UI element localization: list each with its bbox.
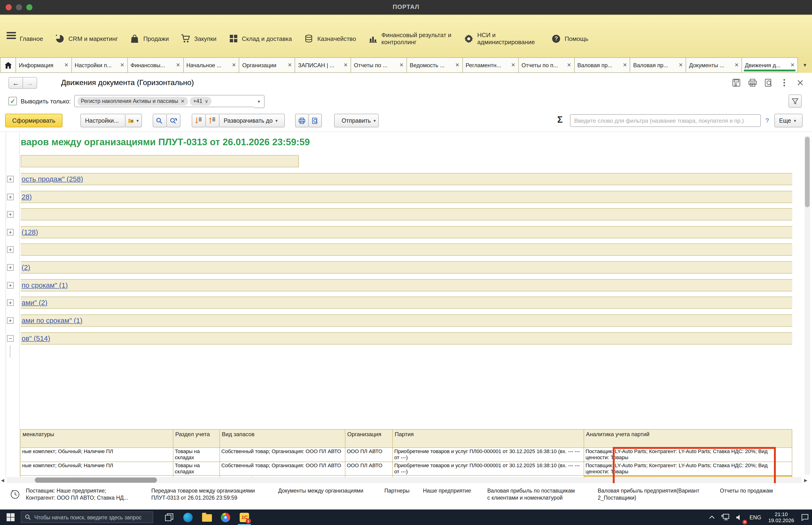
horizontal-scrollbar[interactable]: ◀ ▶ <box>6 477 802 483</box>
cell-section[interactable]: Товары на складах <box>173 462 220 476</box>
register-tag[interactable]: Регистр накопления Активы и пассивы ✕ <box>78 96 188 106</box>
scroll-right-arrow-icon[interactable]: ▶ <box>804 478 807 483</box>
group-link[interactable]: ами" (2) <box>21 298 47 306</box>
tab-10[interactable]: Отчеты по п...✕ <box>519 57 574 73</box>
expand-group-button[interactable]: + <box>7 299 14 306</box>
tab-close-icon[interactable]: ✕ <box>64 62 68 68</box>
network-tray-button[interactable] <box>718 510 733 525</box>
menu-section-9[interactable]: ?Помощь <box>551 34 588 43</box>
tab-close-icon[interactable]: ✕ <box>791 62 795 68</box>
group-link[interactable]: ами по срокам" (1) <box>21 316 82 324</box>
cell-org[interactable]: ООО ПЛ АВТО <box>346 448 393 462</box>
taskbar-search-input[interactable]: Чтобы начать поиск, введите здесь запрос <box>21 511 153 523</box>
scroll-left-arrow-icon[interactable]: ◀ <box>1 478 4 483</box>
tab-close-icon[interactable]: ✕ <box>176 62 180 68</box>
tab-7[interactable]: Отчеты по ...✕ <box>351 57 407 73</box>
report-variants-button[interactable]: ▾ <box>125 114 142 127</box>
column-header-nomenclature[interactable]: менклатуры <box>21 429 173 448</box>
group-link[interactable]: по срокам" (1) <box>21 281 68 289</box>
cell-batch[interactable]: Приобретение товаров и услуг ПЛ00-000001… <box>393 448 584 462</box>
tab-12[interactable]: Валовая пр...✕ <box>630 57 686 73</box>
menu-section-4[interactable]: Закупки <box>181 34 216 43</box>
column-header-batch[interactable]: Партия <box>393 429 584 448</box>
more-registers-tag[interactable]: +41 ∨ <box>190 96 212 106</box>
expand-to-button[interactable]: Разворачивать до ▾ <box>219 114 285 127</box>
tab-close-icon[interactable]: ✕ <box>343 62 348 68</box>
taskbar-chrome-button[interactable] <box>216 510 235 525</box>
taskbar-explorer-button[interactable] <box>197 510 216 525</box>
menu-section-3[interactable]: Продажи <box>130 34 169 43</box>
menu-section-1[interactable]: Главное <box>20 35 43 42</box>
tab-5[interactable]: Организации✕ <box>240 57 295 73</box>
column-header-org[interactable]: Организация <box>346 429 393 448</box>
print-button[interactable] <box>747 77 757 88</box>
tab-close-icon[interactable]: ✕ <box>567 62 571 68</box>
expand-group-button[interactable]: + <box>7 176 14 182</box>
group-link[interactable]: (128) <box>21 228 38 236</box>
preview-toolbar-button[interactable] <box>308 114 322 127</box>
expand-group-button[interactable]: + <box>7 229 14 236</box>
save-button[interactable] <box>731 77 741 88</box>
taskbar-edge-button[interactable] <box>179 510 197 525</box>
tab-close-icon[interactable]: ✕ <box>623 62 627 68</box>
more-menu-button[interactable] <box>779 77 790 88</box>
tab-2[interactable]: Настройки п...✕ <box>72 57 128 73</box>
tab-home[interactable] <box>0 57 16 73</box>
taskbar-clock[interactable]: 21:10 19.02.2026 <box>765 511 798 523</box>
collapse-group-button[interactable]: − <box>7 335 14 342</box>
cell-batch[interactable]: Приобретение товаров и услуг ПЛ00-000001… <box>393 462 584 476</box>
vertical-scrollbar[interactable] <box>805 136 810 475</box>
cell-analytics[interactable]: Поставщик: LY-Auto Parts; Контрагент: LY… <box>584 448 792 462</box>
tab-13[interactable]: Документы ...✕ <box>686 57 742 73</box>
autosum-icon[interactable]: Σ <box>557 115 563 125</box>
close-form-button[interactable] <box>795 77 806 88</box>
settings-button[interactable]: Настройки... <box>80 114 125 127</box>
tray-expand-button[interactable] <box>706 510 718 525</box>
cell-stock_kind[interactable]: Собственный товар; Организация: ООО ПЛ А… <box>220 448 346 462</box>
tab-11[interactable]: Валовая пр...✕ <box>574 57 630 73</box>
tab-8[interactable]: Ведомость ...✕ <box>407 57 463 73</box>
register-tag-close-icon[interactable]: ✕ <box>181 98 185 104</box>
notification-center-button[interactable] <box>798 510 812 525</box>
find-button[interactable] <box>153 114 167 127</box>
generate-button[interactable]: Сформировать <box>5 114 62 127</box>
more-actions-button[interactable]: Еще ▾ <box>775 114 802 127</box>
help-button[interactable]: ? <box>765 117 769 124</box>
tab-14[interactable]: Движения д...✕ <box>742 57 798 73</box>
tab-9[interactable]: Регламентн...✕ <box>463 57 519 73</box>
send-button[interactable]: Отправить ▾ <box>334 114 379 127</box>
history-item-1[interactable]: Поставщик: Наше предприятие;Контрагент: … <box>26 487 128 501</box>
tab-1[interactable]: Информация✕ <box>16 57 72 73</box>
history-item-3[interactable]: Документы между организациями <box>278 487 363 494</box>
tab-close-icon[interactable]: ✕ <box>734 62 739 68</box>
tab-close-icon[interactable]: ✕ <box>288 62 292 68</box>
expand-group-button[interactable]: + <box>7 246 14 253</box>
history-item-2[interactable]: Передача товаров между организациямиПЛУТ… <box>151 487 255 501</box>
tab-3[interactable]: Финансовы...✕ <box>127 57 184 73</box>
column-header-analytics[interactable]: Аналитика учета партий <box>584 429 792 448</box>
expand-group-button[interactable]: + <box>7 282 14 289</box>
expand-rows-button[interactable] <box>205 114 219 127</box>
menu-section-8[interactable]: НСИ и администрирование <box>464 31 539 46</box>
menu-section-2[interactable]: CRM и маркетинг <box>55 34 118 43</box>
main-menu-button[interactable] <box>6 32 16 40</box>
column-header-stock_kind[interactable]: Вид запасов <box>220 429 346 448</box>
tab-close-icon[interactable]: ✕ <box>511 62 515 68</box>
vertical-scrollbar-thumb[interactable] <box>805 137 810 207</box>
expand-group-button[interactable]: + <box>7 194 14 200</box>
tab-close-icon[interactable]: ✕ <box>120 62 124 68</box>
volume-tray-button[interactable]: ✕ <box>733 510 746 525</box>
tab-close-icon[interactable]: ✕ <box>232 62 236 68</box>
quick-filter-input[interactable]: Введите слово для фильтра (название това… <box>570 114 761 127</box>
history-item-5[interactable]: Наше предприятие <box>423 487 471 494</box>
menu-section-7[interactable]: Финансовый результат и контроллинг <box>368 31 452 46</box>
print-toolbar-button[interactable] <box>295 114 309 127</box>
register-filter-field[interactable]: Регистр накопления Активы и пассивы ✕ +4… <box>74 95 264 107</box>
filter-settings-button[interactable] <box>788 94 802 108</box>
menu-section-6[interactable]: Казначейство <box>304 34 356 43</box>
history-item-6[interactable]: Валовая прибыль по поставщикамс клиентам… <box>487 487 575 501</box>
expand-group-button[interactable]: + <box>7 264 14 271</box>
cell-org[interactable]: ООО ПЛ АВТО <box>346 462 393 476</box>
group-link[interactable]: ов" (514) <box>21 334 50 342</box>
horizontal-scrollbar-thumb[interactable] <box>35 478 157 483</box>
